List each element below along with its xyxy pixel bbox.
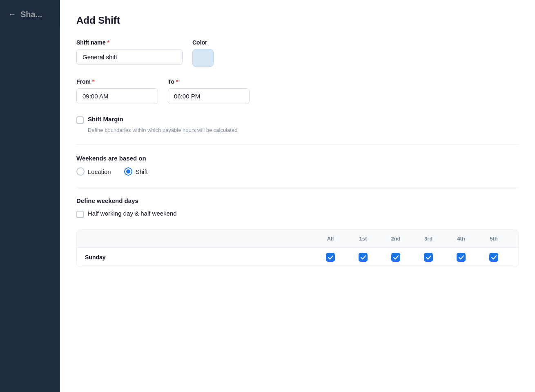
weekends-section: Weekends are based on Location Shift [76,155,519,176]
sunday-first-checkbox[interactable] [347,253,379,262]
from-to-row: From * ▲ ▼ To * [76,78,519,104]
radio-location-option[interactable]: Location [76,167,111,176]
sunday-fifth-checkbox[interactable] [477,253,510,262]
to-time-input[interactable] [168,89,250,104]
define-weekend-label: Define weekend days [76,197,519,204]
define-weekend-section: Define weekend days Half working day & h… [76,197,519,218]
shift-name-field-group: Shift name * [76,39,183,65]
radio-shift-circle[interactable] [124,167,132,176]
shift-margin-desc: Define boundaries within which payable h… [88,127,519,133]
sunday-third-checkbox[interactable] [412,253,445,262]
day-column-header [85,236,314,242]
shift-margin-label: Shift Margin [88,116,123,122]
first-column-header: 1st [347,236,379,242]
radio-location-label: Location [88,168,111,175]
shift-margin-row: Shift Margin [76,116,519,124]
weekends-label: Weekends are based on [76,155,519,162]
to-time-wrapper: ▲ ▼ [168,88,250,104]
third-column-header: 3rd [412,236,445,242]
color-field-group: Color [192,39,214,67]
from-field-group: From * ▲ ▼ [76,78,158,104]
sunday-all-checkbox[interactable] [314,253,347,262]
all-column-header: All [314,236,347,242]
to-label: To * [168,78,250,85]
from-required: * [92,78,94,85]
radio-location-circle[interactable] [76,167,85,176]
modal-title: Add Shift [76,15,519,26]
from-time-wrapper: ▲ ▼ [76,88,158,104]
modal-panel: Add Shift Shift name * Color From * [60,0,535,392]
shift-name-label: Shift name * [76,39,183,46]
fourth-column-header: 4th [445,236,477,242]
sunday-label: Sunday [85,254,314,261]
day-table-header-row: All 1st 2nd 3rd 4th 5th [77,230,518,247]
half-working-checkbox[interactable] [76,211,84,218]
to-field-group: To * ▲ ▼ [168,78,250,104]
fifth-column-header: 5th [477,236,510,242]
from-time-input[interactable] [77,89,158,104]
to-required: * [176,78,178,85]
day-table: All 1st 2nd 3rd 4th 5th Sunday [76,229,519,267]
shift-name-color-row: Shift name * Color [76,39,519,67]
section-divider-1 [76,145,519,145]
sunday-second-checkbox[interactable] [379,253,412,262]
modal-overlay: Add Shift Shift name * Color From * [0,0,535,392]
half-working-label: Half working day & half weekend [88,210,177,217]
radio-shift-label: Shift [136,168,148,175]
shift-name-input[interactable] [76,49,183,65]
color-picker-button[interactable] [192,49,214,67]
shift-name-required: * [107,39,109,46]
from-label: From * [76,78,158,85]
sunday-row: Sunday [77,247,518,267]
color-label: Color [192,39,214,46]
second-column-header: 2nd [379,236,412,242]
section-divider-2 [76,187,519,187]
sunday-fourth-checkbox[interactable] [445,253,477,262]
radio-shift-option[interactable]: Shift [124,167,148,176]
half-working-row: Half working day & half weekend [76,210,519,218]
radio-row: Location Shift [76,167,519,176]
shift-margin-section: Shift Margin Define boundaries within wh… [76,116,519,133]
shift-margin-checkbox[interactable] [76,116,84,124]
